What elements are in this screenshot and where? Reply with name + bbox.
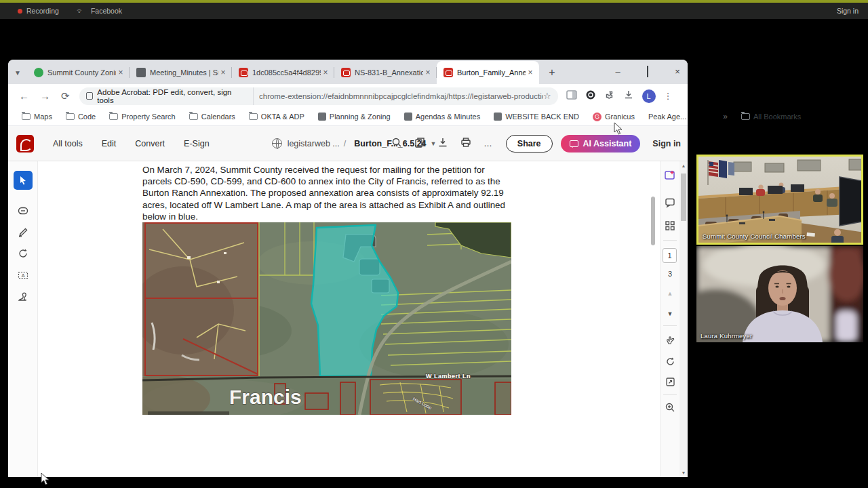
bookmark-planning-zoning[interactable]: Planning & Zoning [318, 113, 391, 121]
download-icon[interactable] [623, 89, 634, 103]
tab-close-icon[interactable]: × [423, 68, 433, 77]
previous-page-icon[interactable]: ▲ [663, 286, 677, 301]
draw-tool-button[interactable] [14, 223, 33, 242]
bookmark-code[interactable]: Code [66, 113, 96, 121]
profile-avatar[interactable]: L [642, 89, 656, 103]
address-bar[interactable]: Adobe Acrobat: PDF edit, convert, sign t… [79, 87, 558, 105]
share-button[interactable]: Share [506, 135, 553, 152]
refresh-icon[interactable]: ⟳ [61, 90, 70, 102]
acrobat-toolbar: All tools Edit Convert E-Sign legistarwe… [8, 126, 688, 161]
site-favicon [34, 68, 43, 77]
folder-icon [189, 113, 198, 120]
pages-copy-icon[interactable] [414, 137, 425, 150]
tab-ns-831-annexation[interactable]: NS-831-B_Annexation_in... × [334, 61, 437, 84]
recording-dot-icon [18, 9, 22, 14]
loop-tool-button[interactable] [14, 244, 33, 263]
facebook-link[interactable]: Facebook [91, 7, 122, 15]
window-scrollbar-thumb[interactable] [681, 174, 686, 221]
page-thumbnails-button[interactable] [663, 218, 677, 233]
bookmark-okta-adp[interactable]: OKTA & ADP [249, 113, 304, 121]
bookmark-agendas-minutes[interactable]: Agendas & Minutes [404, 113, 480, 121]
edit-text-tool-button[interactable]: A [14, 266, 33, 285]
select-tool-button[interactable] [14, 171, 33, 190]
tab-meeting-minutes[interactable]: Meeting_Minutes | Sum... × [130, 61, 232, 84]
menu-convert[interactable]: Convert [135, 139, 165, 148]
search-icon[interactable] [391, 137, 402, 150]
council-chambers-video [698, 157, 863, 245]
folder-icon [741, 113, 750, 120]
next-page-icon[interactable]: ▼ [663, 306, 677, 321]
acrobat-sign-in-button[interactable]: Sign in [652, 139, 681, 148]
comment-tool-button[interactable] [14, 202, 33, 221]
print-icon[interactable] [460, 137, 471, 150]
back-icon[interactable]: ← [19, 90, 29, 102]
tab-close-icon[interactable]: × [526, 68, 535, 77]
browser-menu-kebab-icon[interactable]: ⋮ [664, 91, 673, 101]
pdf-scrollbar[interactable] [650, 164, 656, 416]
tab-close-icon[interactable]: × [218, 68, 228, 77]
folder-icon [66, 113, 75, 120]
folder-icon [109, 113, 118, 120]
acrobat-logo-icon[interactable] [16, 135, 34, 152]
download-icon[interactable] [437, 137, 448, 150]
tab-summit-county-zoning[interactable]: Summit County Zoning ... × [27, 61, 130, 84]
extensions-puzzle-icon[interactable] [604, 89, 615, 103]
bookmark-website-back-end[interactable]: WEBSITE BACK END [494, 113, 579, 121]
rotate-page-button[interactable] [663, 354, 677, 369]
pdf-viewer-content: A On March 7, 2024, Summit County receiv… [8, 161, 688, 477]
video-tile-laura-kuhrmeyer[interactable]: Laura Kuhrmeyer [696, 246, 863, 342]
menu-all-tools[interactable]: All tools [53, 139, 83, 148]
minimize-window-button[interactable]: – [612, 66, 624, 77]
more-options-icon[interactable]: … [484, 139, 492, 148]
restore-window-button[interactable] [642, 66, 654, 77]
window-scrollbar[interactable]: ▲ ▼ [679, 161, 688, 477]
zoom-in-button[interactable] [663, 400, 677, 415]
svg-text:A: A [22, 273, 25, 278]
folder-icon [22, 113, 31, 120]
pdf-paragraph: On March 7, 2024, Summit County received… [142, 164, 514, 222]
all-bookmarks-button[interactable]: All Bookmarks [741, 113, 801, 121]
window-controls: – × [612, 60, 684, 83]
stamp-tool-button[interactable] [14, 287, 33, 306]
display-monitor [840, 177, 863, 226]
topbar-sign-in-link[interactable]: Sign in [837, 7, 859, 15]
ai-assistant-panel-button[interactable] [663, 168, 677, 183]
breadcrumb-location[interactable]: legistarweb ... [288, 139, 340, 148]
fit-page-button[interactable] [663, 374, 677, 389]
annexation-map: Francis W Lambert Ln Hart Loop [142, 222, 511, 415]
bookmark-granicus[interactable]: GGranicus [593, 113, 635, 121]
bookmark-calendars[interactable]: Calendars [189, 113, 235, 121]
annexation-map-figure: Francis W Lambert Ln Hart Loop [142, 222, 511, 415]
forward-icon[interactable]: → [40, 90, 50, 102]
bookmark-property-search[interactable]: Property Search [109, 113, 175, 121]
menu-edit[interactable]: Edit [102, 139, 117, 148]
tab-pdf-1dc085[interactable]: 1dc085cc5a4f4d8299cbd × [232, 61, 334, 84]
bookmark-star-icon[interactable]: ☆ [543, 91, 551, 101]
video-caption: Summit County Council Chambers [703, 232, 806, 240]
site-icon [318, 113, 326, 121]
tab-close-icon[interactable]: × [321, 68, 330, 77]
tab-search-chevron-icon[interactable]: ▼ [8, 61, 27, 84]
current-page-input[interactable]: 1 [663, 248, 677, 263]
extension-badge-icon[interactable] [585, 89, 596, 103]
acrobat-left-tool-rail: A [8, 161, 38, 477]
menu-esign[interactable]: E-Sign [184, 139, 210, 148]
scroll-up-icon[interactable]: ▲ [679, 163, 688, 168]
side-panel-icon[interactable] [566, 89, 577, 103]
new-tab-button[interactable]: + [543, 64, 561, 81]
comments-panel-button[interactable] [663, 195, 677, 210]
close-window-button[interactable]: × [671, 66, 684, 77]
scroll-down-icon[interactable]: ▼ [679, 470, 688, 475]
bookmarks-overflow-chevron[interactable]: » [723, 112, 728, 121]
tab-close-icon[interactable]: × [116, 68, 125, 77]
bookmark-peak-age[interactable]: Peak Age... [648, 113, 686, 121]
browser-window: ▼ Summit County Zoning ... × Meeting_Min… [8, 60, 688, 427]
tab-burton-family-annexation-active[interactable]: Burton_Family_Annexatio... × [437, 61, 539, 84]
ai-assistant-button[interactable]: AI Assistant [561, 135, 641, 152]
video-tile-council-chambers[interactable]: Summit County Council Chambers [696, 155, 863, 245]
bookmark-maps[interactable]: Maps [22, 113, 52, 121]
hand-tool-button[interactable] [663, 332, 677, 347]
rss-icon[interactable]: ᯤ [77, 7, 84, 15]
extension-chip[interactable]: Adobe Acrobat: PDF edit, convert, sign t… [79, 87, 254, 105]
pdf-scrollbar-thumb[interactable] [651, 197, 655, 245]
